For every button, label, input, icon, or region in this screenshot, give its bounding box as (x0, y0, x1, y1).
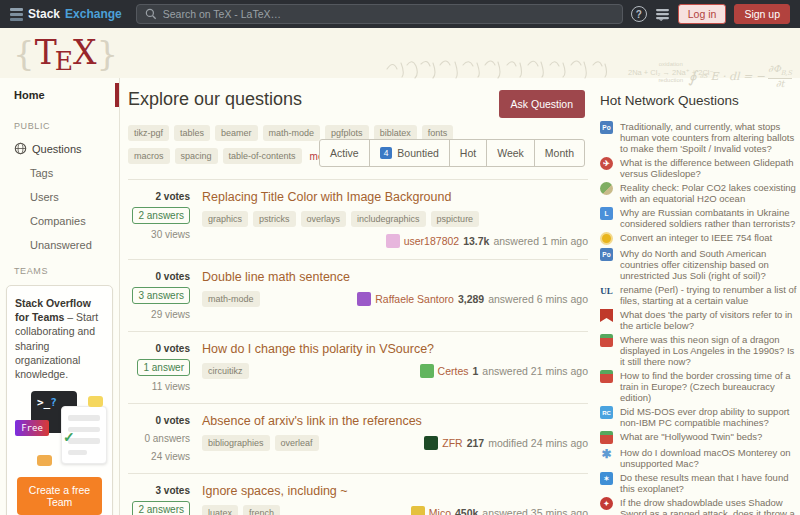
tag-link[interactable]: table-of-contents (223, 148, 302, 164)
question-title-link[interactable]: Ignore spaces, including ~ (202, 484, 588, 498)
question-title-link[interactable]: Absence of arxiv's link in the reference… (202, 414, 588, 428)
question-title-link[interactable]: Double line math sentence (202, 270, 588, 284)
hot-question-link[interactable]: How do I download macOS Monterey on unsu… (620, 447, 797, 469)
hot-question-link[interactable]: rename (Perl) - trying to renumber a lis… (620, 284, 797, 306)
tag-link[interactable]: pstricks (253, 211, 296, 227)
tag-link[interactable]: french (243, 505, 280, 515)
avatar[interactable] (357, 292, 371, 306)
view-count: 11 views (152, 381, 190, 392)
hot-network-questions: Hot Network Questions Po Traditionally, … (600, 78, 797, 515)
tag-link[interactable]: pspicture (431, 211, 480, 227)
filter-week[interactable]: Week (486, 140, 534, 166)
politics-site-icon: Po (600, 121, 613, 134)
tag-link[interactable]: overleaf (275, 435, 319, 451)
filter-bountied[interactable]: 4Bountied (369, 140, 449, 166)
hot-question-link[interactable]: What is the difference between Glidepath… (620, 157, 797, 179)
avatar[interactable] (424, 436, 438, 450)
tag-link[interactable]: spacing (175, 148, 218, 164)
ask-question-button[interactable]: Ask Question (499, 90, 585, 118)
tag-link[interactable]: bibliographies (202, 435, 270, 451)
hot-question-link[interactable]: Reality check: Polar CO2 lakes coexistin… (620, 182, 797, 204)
hot-question-link[interactable]: Do these results mean that I have found … (620, 472, 797, 494)
user-link[interactable]: user187802 (404, 235, 459, 247)
ask-different-site-icon: ✱ (600, 447, 613, 460)
hot-question-item: Where was this neon sign of a dragon dis… (600, 334, 797, 367)
avatar[interactable] (411, 506, 425, 515)
hot-question-link[interactable]: Traditionally, and currently, what stops… (620, 121, 797, 154)
hot-question-link[interactable]: If the drow shadowblade uses Shadow Swor… (620, 497, 797, 515)
question-row: 0 votes 1 answer 11 views How do I chang… (128, 332, 588, 404)
user-link[interactable]: Mico (429, 507, 451, 515)
tag-link[interactable]: beamer (215, 125, 258, 141)
sidebar-item-unanswered[interactable]: Unanswered (0, 233, 119, 257)
hot-question-link[interactable]: How to find the border crossing time of … (620, 370, 797, 403)
avatar[interactable] (420, 364, 434, 378)
hot-question-item: What does 'the party of visitors refer t… (600, 309, 797, 331)
search-box[interactable] (136, 4, 623, 24)
question-title-link[interactable]: Replacing Title Color with Image Backgro… (202, 190, 588, 204)
sidebar-item-home[interactable]: Home (0, 78, 119, 112)
filter-active[interactable]: Active (320, 140, 369, 166)
filter-hot[interactable]: Hot (449, 140, 486, 166)
terminal-prompt: >_ (37, 396, 50, 409)
sidebar-item-users[interactable]: Users (0, 185, 119, 209)
user-reputation: 450k (455, 507, 478, 515)
help-icon[interactable]: ? (631, 6, 647, 22)
stackexchange-logo[interactable]: StackExchange (10, 7, 122, 21)
search-icon (145, 8, 157, 20)
log-in-button[interactable]: Log in (678, 4, 727, 24)
speech-bubble-icon (37, 455, 52, 466)
logo-brace-right: } (96, 33, 118, 73)
activity-time: answered 35 mins ago (482, 507, 588, 515)
hot-question-link[interactable]: Why are Russian combatants in Ukraine co… (620, 207, 797, 229)
teams-promo-card: Stack Overflow for Teams – Start collabo… (6, 285, 113, 515)
tag-link[interactable]: math-mode (263, 125, 321, 141)
tex-site-logo[interactable]: {TEX} (13, 30, 118, 85)
question-stats: 3 votes 2 answers 39 views (128, 483, 190, 515)
tag-link[interactable]: circuitikz (202, 363, 249, 379)
activity-time: modified 24 mins ago (488, 437, 588, 449)
tex-stackexchange-page: StackExchange ? Log in Sign up {TEX} oxi… (0, 0, 800, 515)
question-meta: Certes 1 answered 21 mins ago (420, 364, 588, 378)
hot-question-link[interactable]: Why do North and South American countrie… (620, 248, 797, 281)
tag-link[interactable]: luatex (202, 505, 238, 515)
hot-question-item: UL rename (Perl) - trying to renumber a … (600, 284, 797, 306)
tag-link[interactable]: tables (174, 125, 210, 141)
tag-link[interactable]: graphics (202, 211, 248, 227)
create-free-team-button[interactable]: Create a free Team (17, 477, 102, 515)
question-filter-group: Active 4Bountied Hot Week Month (319, 139, 585, 167)
site-switcher-icon[interactable] (655, 8, 670, 21)
sidebar-item-companies[interactable]: Companies (0, 209, 119, 233)
activity-time: answered 21 mins ago (482, 365, 588, 377)
tag-link[interactable]: math-mode (202, 291, 260, 307)
hot-question-item: Po Traditionally, and currently, what st… (600, 121, 797, 154)
avatar[interactable] (386, 234, 400, 248)
sidebar-item-label: Questions (32, 143, 82, 155)
search-input[interactable] (163, 8, 614, 20)
hot-question-link[interactable]: What does 'the party of visitors refer t… (620, 309, 797, 331)
hot-question-link[interactable]: Where was this neon sign of a dragon dis… (620, 334, 797, 367)
teams-section-label: TEAMS (0, 257, 119, 281)
tag-link[interactable]: includegraphics (351, 211, 426, 227)
question-meta: ZFR 217 modified 24 mins ago (424, 436, 588, 450)
travel-site-icon (600, 431, 613, 444)
sidebar-item-tags[interactable]: Tags (0, 161, 119, 185)
sidebar-item-questions[interactable]: Questions (0, 136, 119, 161)
user-link[interactable]: Certes (438, 365, 469, 377)
user-link[interactable]: Raffaele Santoro (375, 293, 454, 305)
hot-question-link[interactable]: Convert an integer to IEEE 754 float (620, 232, 772, 245)
hot-question-link[interactable]: Did MS-DOS ever drop ability to support … (620, 406, 797, 428)
check-icon: ✓ (63, 429, 75, 445)
user-link[interactable]: ZFR (442, 437, 462, 449)
tag-link[interactable]: tikz-pgf (128, 125, 169, 141)
hot-network-questions-title: Hot Network Questions (600, 93, 797, 108)
sign-up-button[interactable]: Sign up (734, 4, 790, 24)
teams-promo-text: Stack Overflow for Teams – Start collabo… (15, 296, 104, 381)
question-title-link[interactable]: How do I change this polarity in VSource… (202, 342, 588, 356)
hot-question-item: Reality check: Polar CO2 lakes coexistin… (600, 182, 797, 204)
hot-question-link[interactable]: What are "Hollywood Twin" beds? (620, 431, 762, 444)
tag-link[interactable]: overlays (301, 211, 347, 227)
filter-month[interactable]: Month (534, 140, 584, 166)
tag-link[interactable]: macros (128, 148, 170, 164)
answer-count-badge: 2 answers (132, 501, 190, 515)
